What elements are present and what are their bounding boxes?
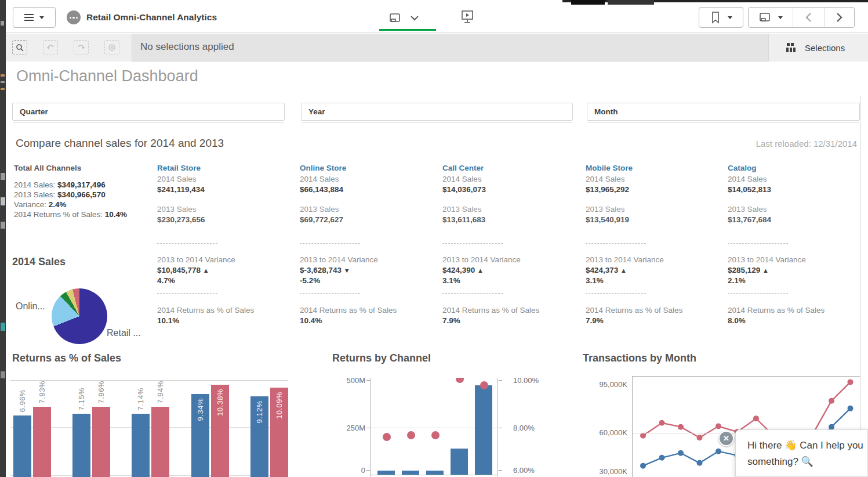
bar-group1-series1[interactable] xyxy=(13,415,31,477)
variance-value: $424,390 ▲ xyxy=(442,266,484,274)
bar-group2-series1[interactable] xyxy=(72,414,90,477)
filter-month[interactable]: Month xyxy=(587,103,860,121)
bar-data-label: 7.96% xyxy=(97,381,106,403)
background-window-block xyxy=(608,0,654,5)
pie-chart-title: 2014 Sales xyxy=(12,256,66,268)
returns-value: 7.9% xyxy=(442,316,460,325)
sheet-icon xyxy=(388,12,401,24)
red-line-point-2[interactable] xyxy=(659,420,665,426)
blue-line-point-5[interactable] xyxy=(716,449,721,454)
bar-group2-series2[interactable] xyxy=(92,407,110,477)
returns-value: 7.9% xyxy=(586,316,604,325)
sales-2013-value: $13,611,683 xyxy=(442,215,485,224)
sales-2014-value: $14,036,073 xyxy=(442,185,486,194)
kpi-row: 2013 Sales: $340,966,570 xyxy=(14,190,106,199)
chat-popup-text-line2: something? 🔍 xyxy=(747,456,813,468)
combo-bar-2[interactable] xyxy=(402,471,419,475)
divider xyxy=(157,243,217,244)
channel-name: Retail Store xyxy=(157,164,201,172)
bar-data-label: 7.14% xyxy=(136,388,145,410)
red-line-point-4[interactable] xyxy=(697,435,703,440)
blue-line-point-12[interactable] xyxy=(848,406,854,411)
sales-2013-label: 2013 Sales xyxy=(586,205,625,214)
filter-quarter[interactable]: Quarter xyxy=(12,103,285,121)
sales-2013-value: $13,540,919 xyxy=(586,215,629,224)
divider xyxy=(300,293,360,294)
returns-label: 2014 Returns as % of Sales xyxy=(157,306,254,315)
combo-dot-5[interactable] xyxy=(480,381,488,389)
combo-bar-3[interactable] xyxy=(426,471,444,475)
sales-2014-value: $241,119,434 xyxy=(157,185,205,194)
returns-label: 2014 Returns as % of Sales xyxy=(300,306,397,315)
sales-2013-value: $13,767,684 xyxy=(728,215,771,224)
right-axis-tick: 6.00% xyxy=(513,466,535,475)
divider xyxy=(157,293,217,294)
storytelling-button[interactable] xyxy=(460,9,474,27)
chevron-left-icon xyxy=(805,12,812,23)
channel-name: Mobile Store xyxy=(586,164,633,172)
red-line-point-7[interactable] xyxy=(753,415,759,421)
chat-popup-close-button[interactable]: ✕ xyxy=(718,431,734,446)
red-line-point-1[interactable] xyxy=(640,433,646,439)
storytelling-icon xyxy=(460,9,474,24)
blue-line-point-2[interactable] xyxy=(659,455,665,461)
red-line-point-5[interactable] xyxy=(716,424,721,429)
sheet-view-button[interactable] xyxy=(388,9,429,27)
red-line-point-12[interactable] xyxy=(848,379,854,385)
bar-group1-series2[interactable] xyxy=(33,407,51,477)
clear-circle-x-icon xyxy=(108,44,116,52)
divider xyxy=(442,243,503,244)
chevron-down-icon xyxy=(728,16,732,19)
blue-line-point-3[interactable] xyxy=(678,450,684,456)
sales-2014-value: $13,965,292 xyxy=(586,185,629,194)
combo-dot-2[interactable] xyxy=(407,431,415,439)
filter-label: Month xyxy=(594,107,618,116)
blue-line-point-1[interactable] xyxy=(640,463,646,469)
selection-step-forward-button[interactable] xyxy=(74,40,89,55)
divider xyxy=(728,293,788,294)
returns-value: 8.0% xyxy=(728,316,746,325)
sales-2014-label: 2014 Sales xyxy=(728,175,767,183)
next-sheet-button[interactable] xyxy=(824,8,855,27)
clear-selections-button[interactable] xyxy=(104,40,119,55)
sales-2014-label: 2014 Sales xyxy=(586,175,625,183)
returns-by-channel-combo-chart[interactable] xyxy=(370,378,497,477)
sales-2013-label: 2013 Sales xyxy=(442,205,482,214)
bar-group3-series1[interactable] xyxy=(132,414,150,477)
combo-bar-5[interactable] xyxy=(475,385,492,475)
combo-dot-4[interactable] xyxy=(456,378,464,383)
divider xyxy=(586,243,646,244)
channel-name: Catalog xyxy=(728,164,757,172)
kpi-title: Total All Channels xyxy=(14,164,81,172)
sales-2013-value: $230,273,656 xyxy=(157,215,205,224)
previous-sheet-button[interactable] xyxy=(793,8,824,27)
red-line-point-11[interactable] xyxy=(829,398,834,404)
y-axis-tick: 30,000K xyxy=(581,467,627,476)
filter-year[interactable]: Year xyxy=(301,103,573,121)
background-window-strip-left xyxy=(0,0,6,477)
chat-assistant-popup[interactable]: Hi there 👋 Can I help you something? 🔍 xyxy=(735,429,868,477)
smart-search-button[interactable] xyxy=(12,40,27,55)
selection-step-back-button[interactable] xyxy=(43,40,58,55)
pie-chart[interactable] xyxy=(52,288,107,344)
sales-2013-label: 2013 Sales xyxy=(728,205,767,214)
sales-2013-label: 2013 Sales xyxy=(300,205,339,214)
global-menu-button[interactable] xyxy=(13,7,56,28)
red-line-point-3[interactable] xyxy=(678,424,684,430)
combo-dot-1[interactable] xyxy=(383,433,391,441)
combo-dot-3[interactable] xyxy=(431,431,440,439)
bar-group3-series2[interactable] xyxy=(151,407,169,477)
blue-line-point-4[interactable] xyxy=(697,460,703,466)
active-view-underline xyxy=(379,29,436,31)
chevron-down-icon xyxy=(411,16,419,21)
combo-bar-1[interactable] xyxy=(377,471,395,475)
background-window-block xyxy=(571,0,605,5)
left-axis-tick: 0 xyxy=(336,466,365,475)
combo-bar-4[interactable] xyxy=(451,449,468,475)
bookmarks-button[interactable] xyxy=(699,7,743,28)
selections-tool-button[interactable]: Selections xyxy=(768,34,868,62)
sheet-list-button[interactable] xyxy=(749,8,793,27)
bar-data-label: 10.09% xyxy=(275,392,284,419)
returns-pct-bar-chart[interactable]: 6.96%7.93%7.15%7.96%7.14%7.94%9.34%10.38… xyxy=(10,380,288,477)
sales-2014-label: 2014 Sales xyxy=(442,175,482,183)
